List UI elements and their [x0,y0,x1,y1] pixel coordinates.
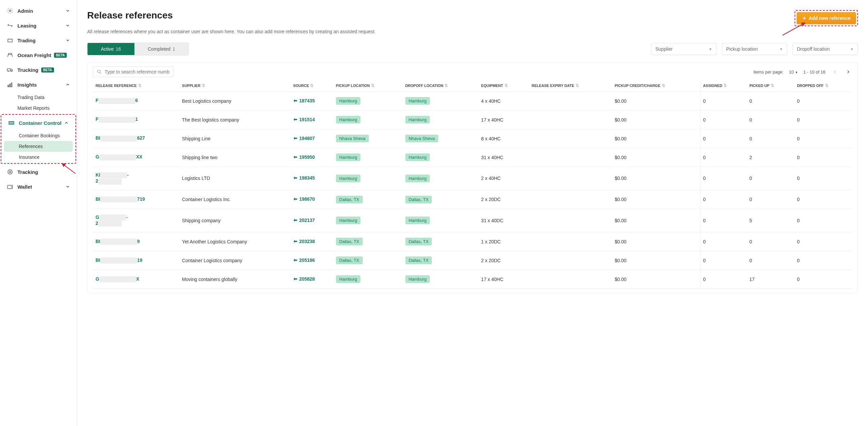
cell-dropoff: Hamburg [403,270,478,289]
svg-rect-2 [7,69,11,71]
sidebar-sub-container-bookings[interactable]: Container Bookings [1,130,75,141]
search-box[interactable] [93,66,173,77]
sort-icon: ⇅ [202,83,205,88]
insights-icon [7,81,13,88]
cell-ref: F6 [93,92,179,110]
sidebar-item-container-control[interactable]: Container Control [1,115,75,130]
tab-label: Active [101,46,114,52]
col-credit[interactable]: PICKUP CREDIT/CHARGE⇅ [612,80,700,92]
admin-icon [7,7,13,14]
sidebar-label: Ocean Freight [18,52,51,58]
cell-supplier: Shipping Line [179,129,291,148]
sidebar-sub-references[interactable]: References [4,141,73,152]
table-row[interactable]: BI627 Shipping Line 194807 Nhava Sheva N… [93,129,852,148]
sidebar-item-ocean-freight[interactable]: Ocean Freight BETA [0,48,77,62]
table-row[interactable]: F1 The Best logistics company 191514 Ham… [93,110,852,129]
chevron-down-icon [65,184,70,189]
chevron-down-icon [65,38,70,42]
prev-page-button[interactable] [831,68,839,76]
table-row[interactable]: BI19 Container Logistics company 205186 … [93,251,852,270]
cell-equipment: 2 x 20DC [478,251,529,270]
cell-pickup: Dallas, TX [333,232,403,251]
col-pickup[interactable]: PICKUP LOCATION⇅ [333,80,403,92]
table-row[interactable]: GXX Shipping line two 195950 Hamburg Ham… [93,148,852,167]
sort-icon: ⇅ [310,83,313,88]
cell-ref: KI-2 [93,167,179,190]
cell-expiry [529,129,612,148]
col-supplier[interactable]: SUPPLIER⇅ [179,80,291,92]
cell-pickup: Hamburg [333,167,403,190]
cell-dropped: 0 [794,129,852,148]
svg-line-10 [62,164,75,174]
col-expiry[interactable]: RELEASE EXPIRY DATE⇅ [529,80,612,92]
cell-ref: BI719 [93,190,179,209]
sort-icon: ⇅ [371,83,374,88]
sidebar-item-trading[interactable]: Trading [0,33,77,48]
table-row[interactable]: GX Moving containers globally 205828 Ham… [93,270,852,289]
select-label: Pickup location [726,46,758,52]
sidebar-item-admin[interactable]: Admin [0,3,77,18]
cell-pickup: Hamburg [333,110,403,129]
cell-assigned: 0 [700,209,747,232]
sidebar-item-wallet[interactable]: Wallet [0,179,77,194]
col-source[interactable]: SOURCE⇅ [290,80,333,92]
pagination: Items per page: 10 ▼ 1 - 10 of 16 [753,68,852,76]
col-equipment[interactable]: EQUIPMENT⇅ [478,80,529,92]
cell-supplier: Container Logistics company [179,251,291,270]
pickup-select[interactable]: Pickup location▼ [722,43,787,55]
chevron-up-icon [64,120,69,125]
table-row[interactable]: G-2 Shipping company 202137 Hamburg Hamb… [93,209,852,232]
cell-supplier: Shipping company [179,209,291,232]
col-dropped[interactable]: DROPPED OFF⇅ [794,80,852,92]
sidebar-label: Insights [18,82,37,88]
sidebar-item-insights[interactable]: Insights [0,77,77,92]
table-row[interactable]: BI9 Yet Another Logistics Company 203238… [93,232,852,251]
trading-icon [7,37,13,44]
cell-source: 205828 [290,270,333,289]
cell-ref: F1 [93,110,179,129]
sort-icon: ⇅ [576,83,579,88]
cell-picked: 5 [747,209,794,232]
cell-credit: $0.00 [612,251,700,270]
caret-down-icon: ▼ [709,47,712,51]
sidebar-item-leasing[interactable]: Leasing [0,18,77,33]
sidebar-item-trucking[interactable]: Trucking BETA [0,62,77,77]
cell-picked: 0 [747,92,794,110]
table-row[interactable]: BI719 Container Logistics Inc. 198670 Da… [93,190,852,209]
tab-active[interactable]: Active16 [88,43,134,55]
col-assigned[interactable]: ASSIGNED⇅ [700,80,747,92]
annotation-highlight-sidebar: Container Control Container Bookings Ref… [1,114,76,164]
cell-source: 195950 [290,148,333,167]
main-content: Release references Add new reference All… [77,0,868,426]
cell-dropped: 0 [794,232,852,251]
supplier-select[interactable]: Supplier▼ [651,43,716,55]
items-per-page-select[interactable]: 10 ▼ [789,69,798,75]
cell-dropped: 0 [794,209,852,232]
chevron-up-icon [65,82,70,87]
cell-equipment: 31 x 40HC [478,148,529,167]
search-input[interactable] [104,69,169,75]
add-reference-button[interactable]: Add new reference [797,12,856,24]
table-row[interactable]: KI-2 Logistics LTD 198345 Hamburg Hambur… [93,167,852,190]
col-dropoff[interactable]: DROPOFF LOCATION⇅ [403,80,478,92]
table-row[interactable]: F6 Best Logistics company 187435 Hamburg… [93,92,852,110]
cell-assigned: 0 [700,232,747,251]
cell-equipment: 2 x 20DC [478,190,529,209]
cell-supplier: Container Logistics Inc. [179,190,291,209]
col-picked[interactable]: PICKED UP⇅ [747,80,794,92]
next-page-button[interactable] [844,68,852,76]
cell-pickup: Nhava Sheva [333,129,403,148]
sidebar-sub-trading-data[interactable]: Trading Data [0,92,77,103]
cell-expiry [529,110,612,129]
caret-down-icon: ▼ [850,47,854,51]
annotation-arrow [60,162,77,175]
cell-dropoff: Dallas, TX [403,232,478,251]
tab-completed[interactable]: Completed1 [134,43,189,55]
add-button-label: Add new reference [809,16,850,21]
cell-expiry [529,148,612,167]
chevron-down-icon [65,8,70,13]
col-ref[interactable]: RELEASE REFERENCE⇅ [93,80,179,92]
dropoff-select[interactable]: Dropoff location▼ [793,43,858,55]
sidebar-sub-market-reports[interactable]: Market Reports [0,103,77,113]
sidebar-sub-insurance[interactable]: Insurance [1,152,75,163]
